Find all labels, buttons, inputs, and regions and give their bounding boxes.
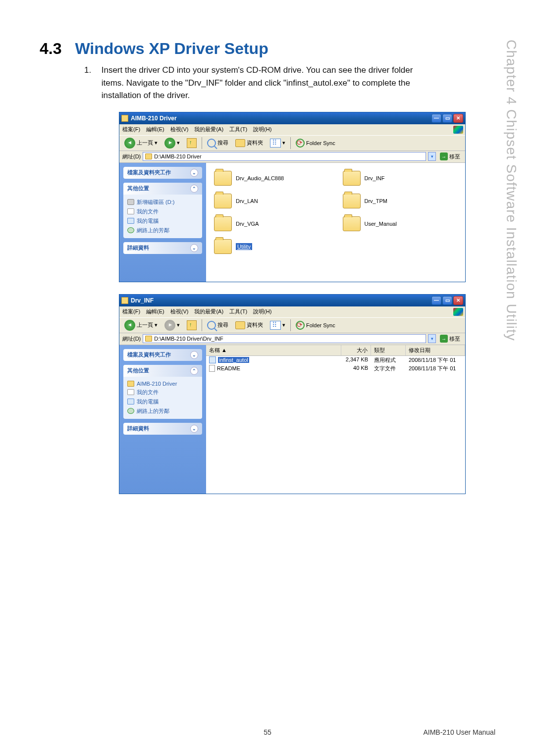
sidebar-link[interactable]: 我的文件 <box>127 207 198 216</box>
close-button[interactable]: ✕ <box>453 114 463 123</box>
chapter-side-text: Chapter 4 Chipset Software Installation … <box>503 40 519 341</box>
expand-icon[interactable]: ⌄ <box>190 351 198 359</box>
collapse-icon[interactable]: ⌃ <box>190 185 198 193</box>
folder-icon <box>214 239 232 254</box>
sync-label: Folder Sync <box>306 322 335 328</box>
view-button[interactable]: ▾ <box>268 320 287 331</box>
expand-icon[interactable]: ⌄ <box>190 244 198 252</box>
menu-edit[interactable]: 編輯(E) <box>146 308 164 315</box>
minimize-button[interactable]: — <box>431 296 441 305</box>
sidebar-link[interactable]: 我的電腦 <box>127 397 198 406</box>
menu-help[interactable]: 說明(H) <box>253 308 271 315</box>
menu-file[interactable]: 檔案(F) <box>122 308 140 315</box>
menu-file[interactable]: 檔案(F) <box>122 126 140 133</box>
sidebar-link-label: 網路上的芳鄰 <box>137 407 169 415</box>
search-button[interactable]: 搜尋 <box>205 138 230 149</box>
address-dropdown[interactable]: ▾ <box>428 152 436 161</box>
minimize-button[interactable]: — <box>431 114 441 123</box>
back-button[interactable]: 上一頁 ▾ <box>122 319 160 332</box>
menu-view[interactable]: 檢視(V) <box>170 126 189 133</box>
menu-view[interactable]: 檢視(V) <box>170 308 189 315</box>
network-icon <box>127 408 134 414</box>
panel-header[interactable]: 其他位置 ⌃ <box>123 365 202 377</box>
address-dropdown[interactable]: ▾ <box>428 334 436 343</box>
folder-item[interactable]: Drv_LAN <box>212 192 331 210</box>
folder-label: Drv_LAN <box>236 198 258 204</box>
file-name: infinst_autol <box>218 357 249 363</box>
titlebar[interactable]: Drv_INF — ▭ ✕ <box>119 295 465 306</box>
file-list[interactable]: 名稱 ▲ 大小 類型 修改日期 infinst_autol2,347 KB應用程… <box>206 345 465 494</box>
column-size[interactable]: 大小 <box>341 345 371 355</box>
file-date: 2008/11/18 下午 01 <box>406 356 465 364</box>
address-field[interactable]: D:\AIMB-210 Driver <box>143 152 426 161</box>
folder-item[interactable]: Drv_Audio_ALC888 <box>212 169 331 188</box>
dropdown-arrow-icon[interactable]: ▾ <box>177 140 180 146</box>
folders-button[interactable]: 資料夾 <box>233 320 265 330</box>
close-button[interactable]: ✕ <box>453 296 463 305</box>
forward-icon <box>164 320 175 331</box>
up-button[interactable] <box>185 137 199 149</box>
dropdown-arrow-icon[interactable]: ▾ <box>155 140 158 146</box>
folder-item[interactable]: User_Manual <box>341 214 460 233</box>
panel-header[interactable]: 檔案及資料夾工作 ⌄ <box>123 167 202 179</box>
folder-sync-button[interactable]: Folder Sync <box>294 138 337 149</box>
go-button[interactable]: → 移至 <box>438 335 462 343</box>
folder-item[interactable]: Drv_INF <box>341 169 460 188</box>
panel-header[interactable]: 詳細資料 ⌄ <box>123 423 202 435</box>
folders-button[interactable]: 資料夾 <box>233 138 265 148</box>
column-type[interactable]: 類型 <box>371 345 406 355</box>
menu-tools[interactable]: 工具(T) <box>229 126 247 133</box>
folder-content[interactable]: Drv_Audio_ALC888Drv_INFDrv_LANDrv_TPMDrv… <box>206 163 465 282</box>
column-date[interactable]: 修改日期 <box>406 345 465 355</box>
folder-sync-button[interactable]: Folder Sync <box>294 320 337 331</box>
menu-help[interactable]: 說明(H) <box>253 126 271 133</box>
menu-favorites[interactable]: 我的最愛(A) <box>194 308 223 315</box>
panel-header[interactable]: 其他位置 ⌃ <box>123 183 202 195</box>
sidebar-link[interactable]: 網路上的芳鄰 <box>127 406 198 416</box>
collapse-icon[interactable]: ⌃ <box>190 367 198 375</box>
expand-icon[interactable]: ⌄ <box>190 169 198 177</box>
panel-title: 檔案及資料夾工作 <box>127 169 171 176</box>
folder-item[interactable]: Utility <box>212 237 331 256</box>
titlebar[interactable]: AIMB-210 Driver — ▭ ✕ <box>119 112 465 124</box>
sidebar-link[interactable]: 新增磁碟區 (D:) <box>127 198 198 207</box>
file-row[interactable]: infinst_autol2,347 KB應用程式2008/11/18 下午 0… <box>206 356 465 364</box>
folder-item[interactable]: Drv_VGA <box>212 214 331 233</box>
menu-favorites[interactable]: 我的最愛(A) <box>194 126 223 133</box>
address-field[interactable]: D:\AIMB-210 Driver\Drv_INF <box>143 334 426 343</box>
back-icon <box>124 138 135 149</box>
panel-header[interactable]: 詳細資料 ⌄ <box>123 242 202 254</box>
dropdown-arrow-icon[interactable]: ▾ <box>282 140 285 146</box>
file-size: 2,347 KB <box>341 356 371 364</box>
sidebar-link[interactable]: 我的文件 <box>127 388 198 397</box>
details-panel: 詳細資料 ⌄ <box>123 423 202 435</box>
folder-item[interactable]: Drv_TPM <box>341 192 460 210</box>
expand-icon[interactable]: ⌄ <box>190 425 198 433</box>
sidebar-link[interactable]: AIMB-210 Driver <box>127 380 198 388</box>
up-button[interactable] <box>185 319 199 331</box>
maximize-button[interactable]: ▭ <box>442 296 452 305</box>
search-button[interactable]: 搜尋 <box>205 320 230 331</box>
sync-icon <box>296 139 305 148</box>
maximize-button[interactable]: ▭ <box>442 114 452 123</box>
back-button[interactable]: 上一頁 ▾ <box>122 137 160 150</box>
panel-header[interactable]: 檔案及資料夾工作 ⌄ <box>123 349 202 361</box>
column-name[interactable]: 名稱 ▲ <box>206 345 341 355</box>
file-row[interactable]: README40 KB文字文件2008/11/18 下午 01 <box>206 364 465 373</box>
go-button[interactable]: → 移至 <box>438 152 462 160</box>
column-headers: 名稱 ▲ 大小 類型 修改日期 <box>206 345 465 356</box>
txt-file-icon <box>209 365 215 372</box>
sidebar-link[interactable]: 我的電腦 <box>127 216 198 226</box>
menu-tools[interactable]: 工具(T) <box>229 308 247 315</box>
folder-icon <box>127 381 134 387</box>
folder-label: Drv_TPM <box>365 198 387 204</box>
sidebar-link[interactable]: 網路上的芳鄰 <box>127 226 198 235</box>
forward-button[interactable]: ▾ <box>162 137 182 150</box>
dropdown-arrow-icon[interactable]: ▾ <box>282 322 285 328</box>
file-name: README <box>217 365 240 371</box>
menu-edit[interactable]: 編輯(E) <box>146 126 164 133</box>
forward-button[interactable]: ▾ <box>162 319 182 332</box>
dropdown-arrow-icon[interactable]: ▾ <box>177 322 180 328</box>
dropdown-arrow-icon[interactable]: ▾ <box>155 322 158 328</box>
view-button[interactable]: ▾ <box>268 138 287 149</box>
